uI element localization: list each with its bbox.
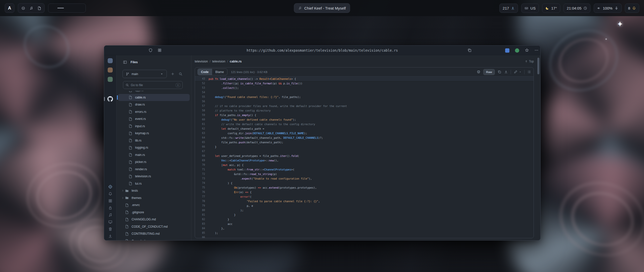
line-number[interactable]: 60 <box>195 117 205 122</box>
line-number[interactable]: 77 <box>195 194 205 199</box>
line-number[interactable]: 55 <box>195 95 205 99</box>
line-number[interactable]: 82 <box>195 217 205 222</box>
line-number[interactable]: 76 <box>195 190 205 194</box>
line-number[interactable]: 75 <box>195 185 205 190</box>
launcher-button[interactable]: A <box>5 3 14 13</box>
tree-item-.envrc[interactable]: .envrc <box>118 201 190 209</box>
line-number[interactable]: 58 <box>195 108 205 113</box>
disc-icon[interactable] <box>20 5 27 12</box>
line-number[interactable]: 72 <box>195 172 205 176</box>
downloads-icon[interactable] <box>108 234 112 238</box>
tree-item-draw.rs[interactable]: draw.rs <box>118 101 190 108</box>
line-number[interactable]: 83 <box>195 222 205 226</box>
add-file-icon[interactable] <box>171 72 175 76</box>
line-number[interactable]: 54 <box>195 90 205 95</box>
tree-item-logging.rs[interactable]: logging.rs <box>118 144 190 151</box>
copy-icon[interactable] <box>498 70 501 74</box>
line-number[interactable]: 59 <box>195 113 205 117</box>
tabs-overview-icon[interactable] <box>467 48 472 52</box>
extensions-grid-icon[interactable] <box>157 48 162 52</box>
scrollbar-thumb[interactable] <box>537 58 539 74</box>
line-number[interactable]: 61 <box>195 122 205 126</box>
collapse-sidebar-icon[interactable] <box>123 60 127 64</box>
line-number[interactable]: 86 <box>195 235 205 238</box>
branch-selector[interactable]: main <box>123 70 167 78</box>
apps-grid-icon[interactable] <box>108 199 112 203</box>
more-menu-icon[interactable] <box>534 48 539 52</box>
tree-item-render.rs[interactable]: render.rs <box>118 166 190 173</box>
line-number[interactable]: 74 <box>195 181 205 185</box>
notifications-bell-icon[interactable] <box>108 192 112 196</box>
go-to-file-input[interactable]: Go to file t <box>123 81 183 89</box>
breadcrumb-folder[interactable]: television <box>212 60 225 63</box>
display-icon[interactable] <box>108 220 112 224</box>
line-number[interactable]: 84 <box>195 226 205 231</box>
tab-code[interactable]: Code <box>198 69 212 75</box>
tree-item-input.rs[interactable]: input.rs <box>118 123 190 130</box>
tree-item-television.rs[interactable]: television.rs <box>118 173 190 180</box>
tree-item-Cargo.lock[interactable]: Cargo.lock <box>118 237 190 241</box>
pinned-site-icon-3[interactable] <box>108 77 113 82</box>
edit-caret-icon[interactable] <box>520 71 521 73</box>
volume-widget[interactable]: 100% <box>594 4 621 13</box>
tree-item-lib.rs[interactable]: lib.rs <box>118 137 190 144</box>
target-icon[interactable] <box>108 185 112 189</box>
pinned-site-icon-2[interactable] <box>108 67 113 73</box>
line-number[interactable]: 52 <box>195 81 205 86</box>
adblock-extension-icon[interactable] <box>505 48 509 53</box>
tree-item-event.rs[interactable]: event.rs <box>118 115 190 123</box>
notifications-widget[interactable]: 8 <box>625 4 639 13</box>
back-to-top-link[interactable]: Top <box>525 60 534 63</box>
line-number[interactable]: 67 <box>195 149 205 154</box>
line-number[interactable]: 85 <box>195 231 205 235</box>
weather-widget[interactable]: 17° <box>542 4 560 13</box>
trash-icon[interactable] <box>108 227 112 231</box>
tree-item-tui.rs[interactable]: tui.rs <box>118 180 190 187</box>
downloads-widget[interactable]: 217 <box>499 4 518 13</box>
line-number[interactable]: 68 <box>195 154 205 158</box>
tree-item-cable.rs[interactable]: cable.rs <box>118 94 190 101</box>
shield-icon[interactable] <box>148 48 153 52</box>
line-number[interactable]: 57 <box>195 104 205 108</box>
tree-item-picker.rs[interactable]: picker.rs <box>118 158 190 166</box>
lock-icon[interactable] <box>108 206 112 210</box>
media-widget[interactable]: Chief Keef - Treat Myself <box>294 3 350 13</box>
line-number[interactable]: 73 <box>195 176 205 181</box>
symbols-outline-icon[interactable] <box>527 70 531 74</box>
line-number[interactable]: 71 <box>195 167 205 172</box>
download-icon[interactable] <box>504 70 508 74</box>
tree-item-CONTRIBUTING.md[interactable]: CONTRIBUTING.md <box>118 230 190 237</box>
line-number[interactable]: 79 <box>195 203 205 208</box>
tree-item-themes[interactable]: themes <box>118 194 190 202</box>
line-number[interactable]: 62 <box>195 126 205 131</box>
clock-widget[interactable]: 21:04:05 <box>564 4 590 13</box>
line-number[interactable]: 64 <box>195 135 205 140</box>
raw-button[interactable]: Raw <box>483 69 495 75</box>
line-number[interactable]: 81 <box>195 213 205 217</box>
keyboard-layout-widget[interactable]: US <box>521 4 539 13</box>
breadcrumb-repo[interactable]: television <box>195 60 208 63</box>
line-number[interactable]: 80 <box>195 208 205 213</box>
address-bar[interactable]: https://github.com/alexpasmantier/televi… <box>247 46 398 55</box>
music-icon[interactable] <box>108 213 112 217</box>
tree-item-app.rs[interactable]: app.rs <box>118 91 190 94</box>
extension-icon[interactable] <box>515 48 519 53</box>
line-number[interactable]: 43 <box>195 77 205 81</box>
music-icon[interactable] <box>28 5 35 12</box>
github-icon[interactable] <box>107 96 113 102</box>
tree-item-main.rs[interactable]: main.rs <box>118 151 190 159</box>
line-number[interactable]: 66 <box>195 145 205 149</box>
edit-pencil-icon[interactable] <box>514 70 517 74</box>
line-number[interactable]: 53 <box>195 86 205 90</box>
search-icon[interactable] <box>179 72 182 76</box>
tree-item-CODE_OF_CONDUCT.md[interactable]: CODE_OF_CONDUCT.md <box>118 223 190 230</box>
tree-item-tests[interactable]: tests <box>118 187 190 194</box>
tree-item-CHANGELOG.md[interactable]: CHANGELOG.md <box>118 216 190 223</box>
tree-item-.gitignore[interactable]: .gitignore <box>118 209 190 216</box>
line-number[interactable]: 69 <box>195 158 205 163</box>
line-number[interactable]: 70 <box>195 163 205 167</box>
printer-icon[interactable] <box>477 70 480 74</box>
line-number[interactable]: 78 <box>195 199 205 203</box>
line-number[interactable]: 63 <box>195 131 205 135</box>
page-scrollbar[interactable] <box>537 58 539 238</box>
